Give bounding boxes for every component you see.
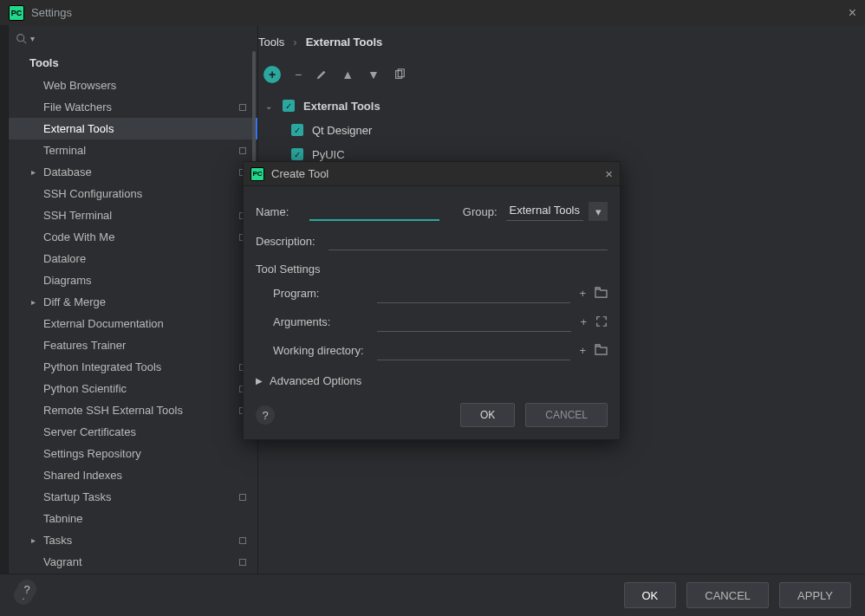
gutter-strip — [0, 25, 9, 574]
sidebar-item-label: Features Trainer — [43, 339, 126, 352]
cancel-button[interactable]: CANCEL — [686, 582, 769, 608]
browse-folder-icon[interactable] — [595, 344, 608, 357]
sidebar-search[interactable]: ▾ — [9, 25, 257, 51]
browse-folder-icon[interactable] — [595, 287, 608, 300]
group-select[interactable]: External Tools ▾ — [506, 202, 608, 221]
sidebar-item[interactable]: Startup Tasks — [9, 486, 257, 508]
breadcrumb-leaf: External Tools — [306, 36, 383, 49]
tool-group-row[interactable]: ⌄ ✓ External Tools — [265, 94, 849, 118]
checkbox-icon[interactable]: ✓ — [291, 148, 303, 160]
tool-item-label: PyUIC — [312, 148, 345, 161]
description-input[interactable] — [328, 231, 608, 250]
arguments-input[interactable] — [377, 313, 571, 332]
breadcrumb-separator: › — [293, 36, 296, 49]
insert-macro-button[interactable]: + — [579, 344, 586, 357]
sidebar-item-label: Code With Me — [43, 230, 114, 243]
sidebar-item-label: File Watchers — [43, 101, 112, 113]
sidebar-item-label: Tabnine — [43, 512, 83, 525]
sidebar-item-label: SSH Configurations — [43, 187, 142, 200]
program-label: Program: — [273, 287, 368, 300]
add-tool-button[interactable]: + — [263, 66, 281, 83]
sidebar-item-label: Tasks — [43, 534, 72, 547]
breadcrumb: Tools › External Tools — [258, 36, 849, 49]
svg-line-1 — [23, 40, 26, 42]
external-tools-tree: ⌄ ✓ External Tools ✓ Qt Designer ✓ PyUIC — [258, 94, 849, 166]
sidebar-item[interactable]: Diagrams — [9, 269, 257, 291]
triangle-right-icon: ▶ — [256, 376, 263, 386]
app-icon: PC — [250, 167, 264, 181]
context-help-button[interactable]: ? — [17, 580, 36, 599]
sidebar-item[interactable]: Datalore — [9, 248, 257, 269]
sidebar-item[interactable]: Web Browsers — [9, 75, 257, 96]
advanced-options-label: Advanced Options — [270, 374, 361, 387]
sidebar-item-label: Diagrams — [43, 274, 92, 287]
sidebar-item-label: Vagrant — [43, 555, 82, 568]
window-close-button[interactable]: × — [849, 5, 856, 21]
breadcrumb-root[interactable]: Tools — [258, 36, 284, 49]
name-input[interactable] — [309, 202, 439, 221]
project-override-icon — [239, 537, 246, 544]
sidebar-item-label: Shared Indexes — [43, 469, 122, 482]
dialog-titlebar: PC Create Tool × — [244, 162, 620, 186]
create-tool-dialog: PC Create Tool × Name: Group: External T… — [243, 161, 621, 440]
sidebar-item[interactable]: File Watchers — [9, 96, 257, 118]
sidebar-item-label: Startup Tasks — [43, 490, 112, 503]
edit-tool-button[interactable] — [315, 68, 328, 81]
sidebar-item[interactable]: External Documentation — [9, 313, 257, 334]
apply-button[interactable]: APPLY — [779, 582, 851, 608]
sidebar-item[interactable]: Remote SSH External Tools — [9, 399, 257, 421]
sidebar-item[interactable]: SSH Configurations — [9, 183, 257, 204]
chevron-down-icon: ▾ — [30, 34, 35, 43]
sidebar-item[interactable]: SSH Terminal — [9, 204, 257, 226]
dialog-cancel-button[interactable]: CANCEL — [525, 403, 608, 427]
sidebar-item[interactable]: Server Certificates — [9, 421, 257, 443]
sidebar-item[interactable]: Tabnine — [9, 508, 257, 529]
sidebar-item-label: Python Integrated Tools — [43, 360, 161, 373]
chevron-right-icon: ▸ — [31, 167, 36, 177]
sidebar-item-label: Database — [43, 165, 92, 178]
dialog-close-button[interactable]: × — [605, 166, 613, 181]
advanced-options-toggle[interactable]: ▶ Advanced Options — [256, 365, 608, 396]
sidebar-item[interactable]: Python Scientific — [9, 378, 257, 399]
project-override-icon — [239, 494, 246, 501]
sidebar-item[interactable]: Shared Indexes — [9, 464, 257, 486]
sidebar-item[interactable]: Terminal — [9, 139, 257, 161]
app-icon: PC — [9, 5, 24, 21]
expand-icon[interactable] — [595, 315, 608, 328]
chevron-down-icon[interactable]: ▾ — [589, 202, 608, 221]
working-directory-input[interactable] — [377, 341, 570, 360]
sidebar-item[interactable]: Features Trainer — [9, 334, 257, 356]
move-up-button[interactable]: ▲ — [341, 68, 354, 81]
program-input[interactable] — [377, 284, 570, 303]
checkbox-icon[interactable]: ✓ — [283, 100, 295, 112]
dialog-ok-button[interactable]: OK — [460, 403, 515, 427]
dialog-help-button[interactable]: ? — [256, 405, 275, 425]
move-down-button[interactable]: ▼ — [367, 68, 380, 81]
sidebar-item[interactable]: ▸Database — [9, 161, 257, 183]
sidebar-item-label: Web Browsers — [43, 79, 116, 92]
sidebar-item-label: Settings Repository — [43, 447, 141, 460]
sidebar-item[interactable]: Settings Repository — [9, 443, 257, 464]
search-icon — [16, 33, 27, 44]
sidebar-item-label: Datalore — [43, 252, 86, 265]
chevron-down-icon: ⌄ — [265, 101, 274, 111]
dialog-button-bar: ? OK CANCEL APPLY — [0, 574, 865, 616]
sidebar-item[interactable]: Vagrant — [9, 551, 257, 573]
sidebar-item-label: External Tools — [43, 122, 114, 135]
sidebar-item[interactable]: External Tools — [9, 118, 257, 139]
copy-tool-button[interactable] — [393, 68, 406, 81]
checkbox-icon[interactable]: ✓ — [291, 124, 303, 136]
sidebar-tree: Tools Web BrowsersFile WatchersExternal … — [9, 51, 257, 574]
window-titlebar: PC Settings × — [0, 0, 865, 25]
insert-macro-button[interactable]: + — [579, 287, 586, 300]
tool-item-row[interactable]: ✓ Qt Designer — [265, 118, 849, 142]
sidebar-item[interactable]: Code With Me — [9, 226, 257, 248]
dialog-title: Create Tool — [271, 167, 328, 180]
sidebar-item[interactable]: ▸Diff & Merge — [9, 291, 257, 313]
insert-macro-button[interactable]: + — [580, 315, 587, 328]
sidebar-item[interactable]: Python Integrated Tools — [9, 356, 257, 378]
sidebar-item[interactable]: ▸Tasks — [9, 529, 257, 551]
sidebar-item-label: Terminal — [43, 144, 86, 157]
remove-tool-button[interactable]: − — [295, 68, 302, 81]
ok-button[interactable]: OK — [624, 582, 677, 608]
